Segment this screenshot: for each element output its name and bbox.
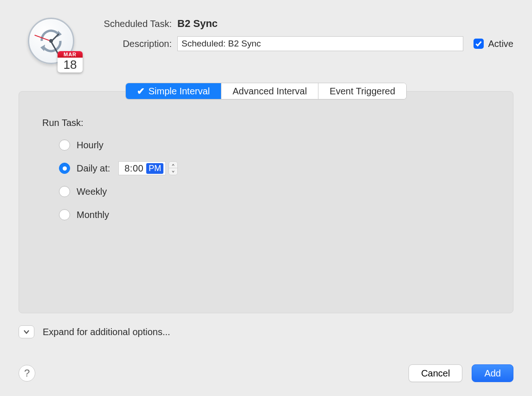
expand-options-label: Expand for additional options... [43,327,170,337]
add-button[interactable]: Add [472,364,513,382]
cancel-button[interactable]: Cancel [409,364,462,382]
radio-weekly[interactable] [59,186,70,197]
clock-calendar-icon: MAR 18 [28,18,79,69]
calendar-badge: MAR 18 [58,51,83,73]
tab-label: Advanced Interval [233,86,307,97]
button-label: Cancel [421,368,450,379]
radio-weekly-label: Weekly [77,186,107,197]
scheduled-task-name: B2 Sync [177,18,218,30]
run-task-label: Run Task: [42,118,490,128]
tab-event-triggered[interactable]: Event Triggered [318,83,406,99]
time-stepper [169,161,178,175]
help-icon: ? [24,367,30,379]
help-button[interactable]: ? [19,365,35,382]
svg-marker-1 [40,45,45,51]
time-value: 8:00 [119,163,146,174]
time-field[interactable]: 8:00 PM [118,161,166,175]
tab-advanced-interval[interactable]: Advanced Interval [221,83,318,99]
expand-options-button[interactable] [19,325,34,338]
form-column: Scheduled Task: B2 Sync Description: Act… [88,18,513,58]
stepper-down-button[interactable] [169,168,177,175]
scheduler-dialog: MAR 18 Scheduled Task: B2 Sync Descripti… [0,0,532,396]
active-checkbox[interactable] [474,39,484,49]
tab-label: Simple Interval [149,86,210,97]
radio-monthly[interactable] [59,209,70,220]
radio-daily[interactable] [59,163,70,174]
calendar-month: MAR [58,51,83,58]
scheduled-task-label: Scheduled Task: [88,19,172,29]
interval-panel: Run Task: Hourly Daily at: 8:00 PM [19,91,513,313]
radio-hourly-label: Hourly [77,140,104,151]
tab-label: Event Triggered [330,86,395,97]
interval-tabs: ✔ Simple Interval Advanced Interval Even… [19,83,513,99]
header-row: MAR 18 Scheduled Task: B2 Sync Descripti… [19,18,513,69]
radio-hourly[interactable] [59,139,70,151]
radio-daily-label: Daily at: [77,163,110,174]
checkmark-icon: ✔ [137,86,145,97]
radio-monthly-label: Monthly [77,210,109,220]
tab-simple-interval[interactable]: ✔ Simple Interval [126,83,221,99]
icon-column: MAR 18 [19,18,88,69]
description-input[interactable] [177,36,463,51]
button-label: Add [484,368,501,379]
chevron-down-icon [23,329,30,335]
chevron-down-icon [172,170,175,173]
calendar-day: 18 [58,58,83,73]
stepper-up-button[interactable] [169,162,177,168]
description-label: Description: [88,39,172,49]
time-ampm: PM [146,163,163,174]
active-label: Active [488,39,513,49]
chevron-up-icon [172,164,175,166]
